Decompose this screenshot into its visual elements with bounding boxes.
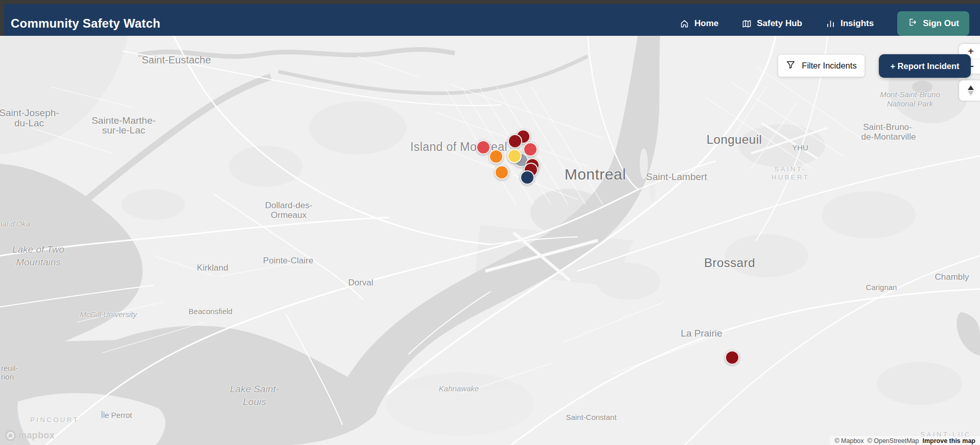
nav-item-home[interactable]: Home (680, 18, 718, 29)
logout-icon (907, 17, 917, 30)
incident-marker[interactable] (495, 165, 509, 180)
map-canvas[interactable]: Saint-EustacheSaint-Joseph-du-LacSainte-… (0, 36, 980, 445)
mapbox-logo-text: mapbox (18, 430, 55, 441)
osm-attribution-link[interactable]: © OpenStreetMap (868, 437, 919, 444)
improve-map-link[interactable]: Improve this map (923, 437, 976, 444)
filter-incidents-button[interactable]: Filter Incidents (778, 55, 865, 77)
sign-out-button[interactable]: Sign Out (897, 11, 969, 36)
bar-chart-icon (826, 19, 835, 29)
nav-item-label: Home (694, 18, 718, 29)
map-attribution: © Mapbox © OpenStreetMap Improve this ma… (830, 436, 980, 445)
incident-marker[interactable] (489, 149, 503, 164)
mapbox-logo-icon (5, 430, 16, 441)
report-incident-button[interactable]: + Report Incident (879, 54, 971, 78)
app-header: Community Safety Watch Home Safety Hub I… (4, 4, 980, 36)
compass-control[interactable] (959, 80, 980, 101)
window-top-strip (0, 0, 980, 4)
mapbox-attribution-link[interactable]: © Mapbox (834, 437, 864, 444)
nav-item-safety-hub[interactable]: Safety Hub (742, 18, 802, 29)
main-nav: Home Safety Hub Insights Sign Out (680, 11, 969, 36)
app-title: Community Safety Watch (11, 16, 160, 31)
marker-layer (0, 36, 980, 445)
compass-south-icon (968, 91, 974, 96)
incident-marker[interactable] (508, 134, 522, 148)
mapbox-logo[interactable]: mapbox (5, 430, 55, 441)
nav-item-label: Safety Hub (757, 18, 802, 29)
nav-item-insights[interactable]: Insights (826, 18, 874, 29)
funnel-icon (786, 60, 796, 72)
incident-marker[interactable] (476, 140, 491, 154)
incident-marker[interactable] (507, 149, 522, 163)
incident-marker[interactable] (725, 350, 739, 365)
header-row: Community Safety Watch Home Safety Hub I… (0, 4, 980, 36)
map-icon (742, 19, 752, 29)
home-icon (680, 19, 689, 29)
nav-item-label: Insights (841, 18, 874, 29)
sign-out-label: Sign Out (923, 18, 959, 29)
report-incident-label: + Report Incident (890, 61, 959, 71)
filter-incidents-label: Filter Incidents (802, 61, 856, 71)
incident-marker[interactable] (520, 170, 534, 185)
compass-north-icon (968, 85, 974, 90)
